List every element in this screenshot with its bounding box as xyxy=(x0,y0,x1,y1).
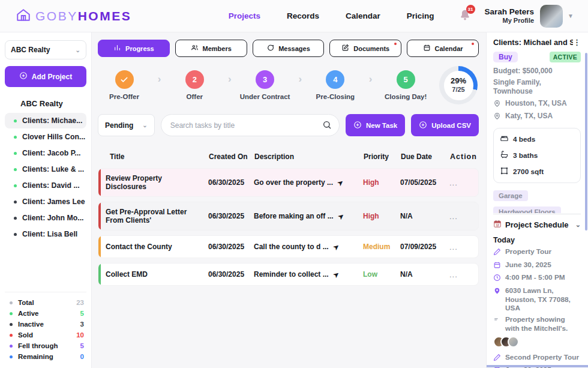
table-row[interactable]: Contact the County 06/30/2025 Call the c… xyxy=(98,235,479,258)
table-header: Title Created On Description Priority Du… xyxy=(98,149,479,168)
tab-calendar[interactable]: Calendar xyxy=(407,40,479,57)
nav-projects[interactable]: Projects xyxy=(229,11,260,20)
event-title-row: Property Tour xyxy=(493,247,581,258)
step-pre-offer[interactable]: Pre-Offer xyxy=(99,70,149,100)
task-priority: High xyxy=(363,178,400,187)
col-title: Title xyxy=(107,152,209,161)
nav-pricing[interactable]: Pricing xyxy=(407,11,434,20)
tab-members[interactable]: Members xyxy=(175,40,247,57)
stat-value: 5 xyxy=(80,310,84,317)
step-pre-closing[interactable]: 4 Pre-Closing xyxy=(310,70,361,100)
step-circle-check-icon xyxy=(115,70,134,89)
calendar-icon xyxy=(423,44,431,53)
task-created-on: 06/30/2025 xyxy=(208,178,254,187)
table-row[interactable]: Get Pre-Approval Letter From Clients' 06… xyxy=(98,202,479,231)
forward-arrow-icon[interactable]: ➤ xyxy=(332,242,341,252)
status-dot xyxy=(14,119,17,122)
chevron-down-icon: ⌄ xyxy=(76,47,80,53)
task-description: Go over the property ... xyxy=(254,178,333,187)
progress-stepper: Pre-Offer › 2 Offer › 3 Under Contract ›… xyxy=(99,66,478,104)
map-pin-icon xyxy=(493,99,501,109)
tab-progress[interactable]: Progress xyxy=(98,40,170,57)
attendee-avatar xyxy=(508,336,519,348)
alert-dot xyxy=(472,43,474,45)
priority-bar xyxy=(98,202,101,230)
sidebar-item-client[interactable]: Clover Hills Con... xyxy=(5,129,86,145)
event-title: Second Property Tour xyxy=(505,353,579,362)
location-text: Houston, TX, USA xyxy=(505,99,567,107)
status-filter-value: Pending xyxy=(105,121,133,130)
nav-records[interactable]: Records xyxy=(287,11,319,20)
sidebar-item-client[interactable]: Client: Jacob P... xyxy=(5,145,86,161)
add-project-button[interactable]: Add Project xyxy=(5,66,86,87)
project-tabs: Progress Members Messages Documents Cale… xyxy=(98,40,479,57)
organization-select[interactable]: ABC Realty ⌄ xyxy=(5,40,86,59)
clock-icon xyxy=(493,273,501,284)
sidebar-item-client[interactable]: Client: Lisa Bell xyxy=(5,226,86,242)
forward-arrow-icon[interactable]: ➤ xyxy=(332,270,341,279)
task-search xyxy=(161,114,340,136)
status-filter-select[interactable]: Pending ⌄ xyxy=(98,114,155,136)
user-menu-chevron-icon[interactable]: ▼ xyxy=(568,13,574,19)
table-row[interactable]: Collect EMD 06/30/2025 Reminder to colle… xyxy=(98,263,479,286)
step-under-contract[interactable]: 3 Under Contract xyxy=(240,70,290,100)
status-dot xyxy=(10,334,13,337)
brand-logo: GOBYHOMES xyxy=(16,7,131,25)
project-schedule-header[interactable]: 12 Project Schedule ⌄ xyxy=(493,220,581,230)
step-closing-day[interactable]: 5 Closing Day! xyxy=(380,70,431,100)
user-info[interactable]: Sarah Peters My Profile xyxy=(485,7,535,25)
plus-circle-icon xyxy=(353,121,362,130)
document-edit-icon xyxy=(341,44,349,53)
sidebar-item-client[interactable]: Clients: Michae... xyxy=(5,113,86,128)
event-note: Property showing with the Mitchell's. xyxy=(505,315,581,333)
sidebar-item-label: Client: James Lee xyxy=(22,198,85,206)
stat-value: 23 xyxy=(76,299,84,306)
kebab-menu-icon[interactable]: ⋮ xyxy=(573,38,581,47)
nav-calendar[interactable]: Calendar xyxy=(346,11,380,20)
new-task-button[interactable]: New Task xyxy=(346,114,405,136)
vertical-scrollbar-thumb[interactable] xyxy=(585,53,587,231)
forward-arrow-icon[interactable]: ➤ xyxy=(336,178,345,187)
client-location: Houston, TX, USA xyxy=(493,99,581,109)
area-icon xyxy=(500,166,509,177)
user-avatar[interactable] xyxy=(540,5,563,28)
sidebar-item-client[interactable]: Client: James Lee xyxy=(5,194,86,210)
table-row[interactable]: Review Property Disclosures 06/30/2025 G… xyxy=(98,168,479,197)
task-created-on: 06/30/2025 xyxy=(208,270,254,279)
tab-messages[interactable]: Messages xyxy=(253,40,325,57)
notes-icon xyxy=(493,315,501,326)
schedule-event[interactable]: Property Tour June 30, 2025 4:00 PM - 5:… xyxy=(493,247,581,348)
upload-csv-button[interactable]: Upload CSV xyxy=(411,114,479,136)
stat-label: Active xyxy=(18,310,39,317)
bath-icon xyxy=(500,150,509,161)
task-search-input[interactable] xyxy=(161,114,340,136)
notifications-bell[interactable]: 31 xyxy=(458,8,472,24)
stat-label: Sold xyxy=(18,331,33,339)
sidebar-item-client[interactable]: Client: John Mo... xyxy=(5,210,86,226)
status-dot xyxy=(14,152,17,155)
tab-label: Messages xyxy=(278,45,310,52)
tasks-table: Title Created On Description Priority Du… xyxy=(98,149,479,286)
sidebar-item-label: Clients: Michae... xyxy=(22,116,82,125)
row-actions-menu[interactable]: ... xyxy=(449,212,470,221)
sidebar-item-client[interactable]: Clients: David ... xyxy=(5,178,86,193)
horizontal-scrollbar-thumb[interactable] xyxy=(487,365,588,367)
beds-text: 4 beds xyxy=(513,135,535,143)
tab-documents[interactable]: Documents xyxy=(329,40,401,57)
event-date-row: June 30, 2025 xyxy=(493,261,581,271)
sidebar-item-client[interactable]: Clients: Luke & ... xyxy=(5,161,86,177)
step-offer[interactable]: 2 Offer xyxy=(169,70,220,100)
status-dot xyxy=(14,184,17,187)
add-project-label: Add Project xyxy=(32,73,72,81)
today-label: Today xyxy=(493,236,581,244)
step-circle: 2 xyxy=(185,70,204,89)
tab-label: Calendar xyxy=(435,45,463,52)
sidebar-item-label: Clients: Luke & ... xyxy=(22,165,84,173)
upload-csv-label: Upload CSV xyxy=(431,122,471,129)
status-dot xyxy=(10,355,13,358)
row-actions-menu[interactable]: ... xyxy=(449,243,470,252)
chevron-down-icon: ⌄ xyxy=(142,122,147,128)
row-actions-menu[interactable]: ... xyxy=(449,270,470,279)
row-actions-menu[interactable]: ... xyxy=(449,178,470,187)
forward-arrow-icon[interactable]: ➤ xyxy=(337,211,346,221)
